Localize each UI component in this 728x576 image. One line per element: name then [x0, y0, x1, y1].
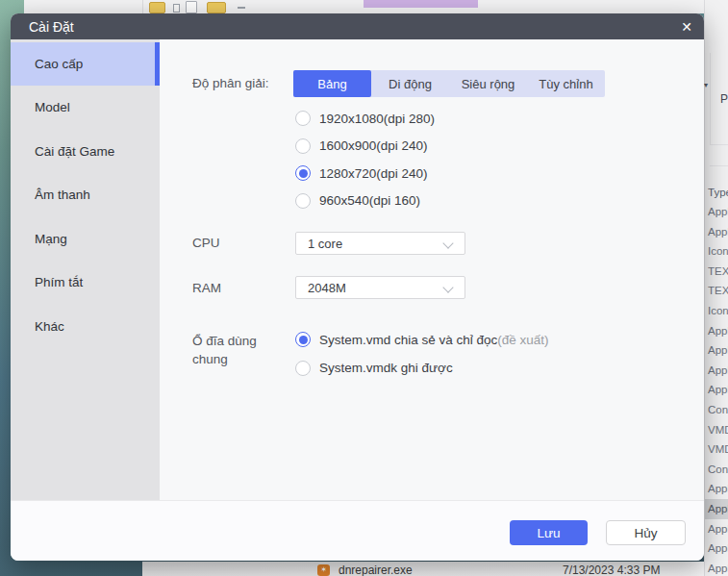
sidebar-item-mang[interactable]: Mạng [11, 217, 160, 262]
type-column-row[interactable]: Appl [705, 340, 728, 361]
tab-tuy-chinh[interactable]: Tùy chỉnh [527, 70, 605, 97]
resolution-tabbar: Bảng Di động Siêu rộng Tùy chỉnh [293, 70, 605, 97]
sidebar-item-cai-dat-game[interactable]: Cài đặt Game [11, 130, 160, 174]
shared-disk-label: Ổ đĩa dùng chung [192, 332, 289, 368]
sidebar-item-phim-tat[interactable]: Phím tắt [11, 261, 160, 305]
settings-dialog: Cài Đặt ✕ Cao cấp Model Cài đặt Game Âm … [11, 13, 704, 561]
exe-file-icon: ✶ [317, 564, 330, 576]
tab-bang[interactable]: Bảng [293, 70, 371, 97]
type-column-row[interactable]: Icon [705, 301, 728, 321]
small-icon [173, 4, 180, 13]
type-column-row[interactable]: Appl [705, 499, 728, 519]
radio-selected-icon [295, 332, 311, 347]
resolution-option-1280x720[interactable]: 1280x720(dpi 240) [295, 165, 428, 182]
type-column-rows: ApplApplIconTEXTTEXTIconApplApplApplAppl… [705, 202, 728, 576]
radio-icon [295, 361, 311, 376]
document-icon [186, 1, 197, 13]
type-column-row[interactable]: Appl [705, 559, 728, 576]
resolution-option-1600x900[interactable]: 1600x900(dpi 240) [295, 138, 428, 154]
type-column-row[interactable]: Appl [705, 479, 728, 499]
folder-icon [207, 2, 226, 13]
type-column-row[interactable]: VMD [705, 439, 728, 460]
resolution-label: Độ phân giải: [192, 76, 269, 90]
type-column-row[interactable]: Appl [705, 202, 728, 222]
type-column-row[interactable]: Appl [705, 380, 728, 400]
sidebar-item-am-thanh[interactable]: Âm thanh [11, 173, 160, 217]
folder-icon [149, 2, 165, 13]
chevron-down-icon [442, 282, 453, 292]
type-column-header[interactable]: Type [708, 187, 728, 198]
dash-icon [238, 7, 245, 9]
type-column-row[interactable]: Appl [705, 519, 728, 539]
radio-icon [295, 111, 311, 126]
type-column-row[interactable]: Appl [705, 222, 728, 242]
tab-sieu-rong[interactable]: Siêu rộng [449, 70, 527, 97]
radio-selected-icon [295, 165, 311, 181]
file-date-modified: 7/13/2023 4:33 PM [563, 563, 660, 576]
settings-sidebar: Cao cấp Model Cài đặt Game Âm thanh Mạng… [11, 39, 160, 501]
background-file-row-strip: ✶ dnrepairer.exe 7/13/2023 4:33 PM [142, 562, 704, 576]
dialog-titlebar: Cài Đặt [11, 13, 704, 39]
save-button[interactable]: Lưu [510, 520, 588, 545]
purple-tab-fragment [364, 0, 478, 8]
type-column-row[interactable]: Conf [705, 400, 728, 420]
close-icon[interactable]: ✕ [675, 15, 698, 38]
type-column-row[interactable]: Conf [705, 460, 728, 480]
chevron-down-icon [442, 238, 453, 248]
file-name[interactable]: dnrepairer.exe [339, 563, 413, 576]
sidebar-item-model[interactable]: Model [11, 86, 160, 130]
toolbar-partial-text: P [720, 92, 728, 106]
dialog-footer: Lưu Hủy [11, 500, 704, 561]
background-file-panel: ▾ P Type ApplApplIconTEXTTEXTIconApplApp… [704, 0, 728, 576]
shared-disk-option-vmd[interactable]: System.vmd chia sẻ và chỉ đọc(đề xuất) [295, 332, 549, 348]
sidebar-item-khac[interactable]: Khác [11, 305, 160, 349]
dropdown-caret-icon[interactable]: ▾ [704, 81, 708, 89]
type-column-row[interactable]: Appl [705, 321, 728, 341]
toolbar-divider [142, 0, 143, 13]
resolution-option-960x540[interactable]: 960x540(dpi 160) [295, 192, 420, 209]
type-column-row[interactable]: TEXT [705, 262, 728, 282]
ram-label: RAM [192, 281, 221, 295]
shared-disk-option-vmdk[interactable]: System.vmdk ghi được [295, 360, 453, 376]
type-column-row[interactable]: TEXT [705, 281, 728, 301]
background-toolbar-strip [24, 0, 728, 13]
radio-icon [295, 138, 311, 154]
cancel-button[interactable]: Hủy [606, 520, 686, 545]
cpu-label: CPU [192, 236, 220, 250]
type-column-row[interactable]: Appl [705, 361, 728, 381]
tab-di-dong[interactable]: Di động [371, 70, 449, 97]
ram-select[interactable]: 2048M [295, 276, 465, 299]
sidebar-item-cao-cap[interactable]: Cao cấp [11, 42, 160, 87]
resolution-option-1920x1080[interactable]: 1920x1080(dpi 280) [295, 111, 435, 127]
radio-icon [295, 193, 311, 209]
cpu-select[interactable]: 1 core [295, 232, 465, 255]
type-column-row[interactable]: Icon [705, 241, 728, 262]
type-column-row[interactable]: VMD [705, 420, 728, 440]
dialog-title: Cài Đặt [11, 19, 74, 35]
type-column-row[interactable]: Appl [705, 538, 728, 559]
